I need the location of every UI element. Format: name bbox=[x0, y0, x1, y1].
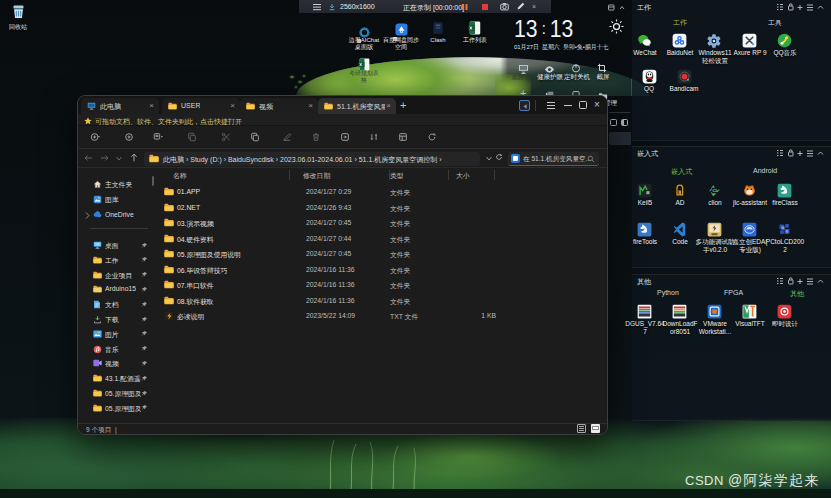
svg-text:CL: CL bbox=[712, 188, 718, 193]
